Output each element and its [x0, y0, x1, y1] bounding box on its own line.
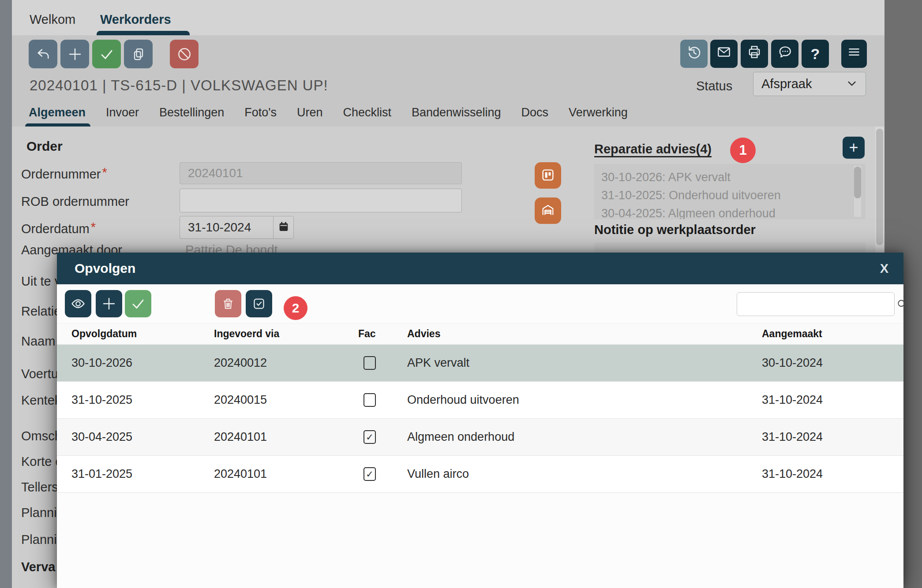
col-ingevoerd-via[interactable]: Ingevoerd via	[214, 328, 358, 340]
advies-list-item[interactable]: 30-10-2026: APK vervalt	[601, 168, 858, 186]
opvolgen-modal: Opvolgen X 2	[57, 253, 903, 588]
table-row[interactable]: 31-10-2025 20240015 Onderhoud uitvoeren …	[57, 382, 903, 419]
email-button[interactable]	[710, 40, 738, 68]
tab-invoer[interactable]: Invoer	[106, 106, 139, 119]
planboard-button[interactable]	[535, 162, 561, 189]
kenteken-label: Kentek	[21, 391, 62, 408]
advies-list-item[interactable]: 30-04-2025: Algmeen onderhoud	[601, 205, 858, 219]
cell-advies: APK vervalt	[407, 356, 762, 370]
modal-header: Opvolgen X	[57, 253, 903, 284]
cell-opvolgdatum: 31-01-2025	[71, 467, 214, 481]
confirm-button[interactable]	[125, 290, 151, 317]
window-tab-werkorders[interactable]: Werkorders	[100, 12, 171, 27]
new-order-button[interactable]	[60, 40, 89, 68]
page-tabs: Algemeen Invoer Bestellingen Foto's Uren…	[29, 106, 628, 119]
table-row[interactable]: 31-01-2025 20240101 Vullen airco 31-10-2…	[57, 456, 903, 493]
advies-list-item[interactable]: 31-10-2025: Onderhoud uitvoeren	[601, 186, 858, 205]
add-advies-button[interactable]: +	[843, 137, 865, 159]
ordernummer-input[interactable]	[180, 162, 462, 184]
plus-icon	[101, 296, 117, 312]
copy-button[interactable]	[124, 40, 153, 68]
tab-fotos[interactable]: Foto's	[244, 106, 277, 119]
modal-title: Opvolgen	[75, 261, 877, 276]
col-fac[interactable]: Fac	[358, 328, 407, 340]
left-edge-strip	[0, 0, 12, 588]
save-button[interactable]	[92, 40, 121, 68]
naam-label: Naam*	[21, 332, 62, 349]
tab-checklist[interactable]: Checklist	[343, 106, 391, 119]
search-icon	[896, 298, 915, 311]
copy-icon	[131, 46, 146, 62]
history-icon	[686, 44, 702, 63]
orderdatum-field[interactable]: 31-10-2024	[180, 216, 294, 239]
order-title: 20240101 | TS-615-D | VOLKSWAGEN UP!	[30, 77, 328, 94]
page-scrollbar-thumb[interactable]	[876, 129, 883, 245]
chevron-down-icon	[845, 77, 858, 92]
view-button[interactable]	[65, 290, 91, 317]
tab-verwerking[interactable]: Verwerking	[569, 106, 628, 119]
chat-button[interactable]	[771, 40, 798, 68]
calendar-icon	[277, 220, 290, 234]
checkbox-check-icon	[251, 296, 267, 312]
status-label: Status	[696, 79, 732, 93]
table-row[interactable]: 30-10-2026 20240012 APK vervalt 30-10-20…	[57, 345, 903, 382]
cell-aangemaakt: 31-10-2024	[762, 393, 918, 407]
cell-advies: Algmeen onderhoud	[407, 430, 762, 444]
tab-algemeen[interactable]: Algemeen	[29, 106, 86, 119]
fac-checkbox[interactable]	[364, 356, 376, 370]
history-button[interactable]	[680, 40, 708, 68]
notitie-title: Notitie op werkplaatsorder	[594, 223, 756, 237]
advies-list[interactable]: 30-10-2026: APK vervalt 31-10-2025: Onde…	[594, 164, 866, 219]
status-dropdown[interactable]: Afspraak	[753, 72, 866, 96]
cell-ingevoerd-via: 20240015	[214, 393, 358, 407]
annotation-badge-2: 2	[284, 296, 307, 320]
tab-uren[interactable]: Uren	[297, 106, 323, 119]
window-tabstrip: Welkom Werkorders	[12, 0, 885, 35]
help-button[interactable]: ?	[802, 40, 829, 68]
cell-ingevoerd-via: 20240101	[214, 430, 358, 444]
advies-list-scrollbar-thumb[interactable]	[854, 167, 861, 198]
cancel-order-button[interactable]	[170, 40, 199, 68]
table-row[interactable]: 30-04-2025 20240101 Algmeen onderhoud 31…	[57, 419, 903, 456]
cell-ingevoerd-via: 20240012	[214, 356, 358, 370]
reparatie-advies-link[interactable]: Reparatie advies(4)	[594, 142, 712, 156]
voertuig-label: Voertui	[21, 365, 62, 381]
fac-checkbox[interactable]	[364, 430, 376, 444]
select-all-button[interactable]	[246, 290, 272, 317]
col-aangemaakt[interactable]: Aangemaakt	[762, 328, 918, 340]
tab-bandenwisseling[interactable]: Bandenwisseling	[412, 106, 501, 119]
garage-button[interactable]	[535, 197, 561, 224]
envelope-icon	[716, 44, 732, 64]
header-band: ? 20240101 | TS-615-D | VOLKSWAGEN UP! S…	[12, 35, 885, 127]
delete-button[interactable]	[215, 290, 241, 317]
search-input[interactable]	[737, 293, 896, 316]
window-tab-welkom[interactable]: Welkom	[30, 12, 75, 27]
menu-button[interactable]	[841, 40, 867, 68]
no-entry-icon	[176, 46, 193, 63]
add-opvolging-button[interactable]	[96, 290, 122, 317]
fac-checkbox[interactable]	[364, 467, 376, 481]
tab-docs[interactable]: Docs	[521, 106, 549, 119]
vervangend-section-label: Verva	[21, 560, 55, 574]
checkmark-icon	[98, 46, 115, 63]
col-advies[interactable]: Advies	[407, 328, 762, 340]
undo-button[interactable]	[29, 40, 57, 68]
cell-aangemaakt: 31-10-2024	[762, 430, 918, 444]
cell-ingevoerd-via: 20240101	[214, 467, 358, 481]
rob-ordernummer-input[interactable]	[180, 189, 462, 212]
checkmark-icon	[130, 295, 146, 312]
calendar-button[interactable]	[273, 216, 293, 238]
cell-opvolgdatum: 30-10-2026	[71, 356, 214, 370]
ordernummer-label: Ordernummer*	[21, 165, 107, 182]
status-dropdown-value: Afspraak	[761, 77, 845, 91]
tab-bestellingen[interactable]: Bestellingen	[159, 106, 224, 119]
col-opvolgdatum[interactable]: Opvolgdatum	[71, 328, 214, 340]
close-icon[interactable]: X	[877, 260, 891, 278]
fac-checkbox[interactable]	[364, 393, 376, 407]
relatie-label: Relatie	[21, 302, 62, 319]
cell-advies: Onderhoud uitvoeren	[407, 393, 762, 407]
print-button[interactable]	[741, 40, 768, 68]
advies-list-scrollbar[interactable]	[854, 166, 861, 217]
question-mark-icon: ?	[811, 45, 820, 63]
undo-icon	[35, 46, 51, 62]
